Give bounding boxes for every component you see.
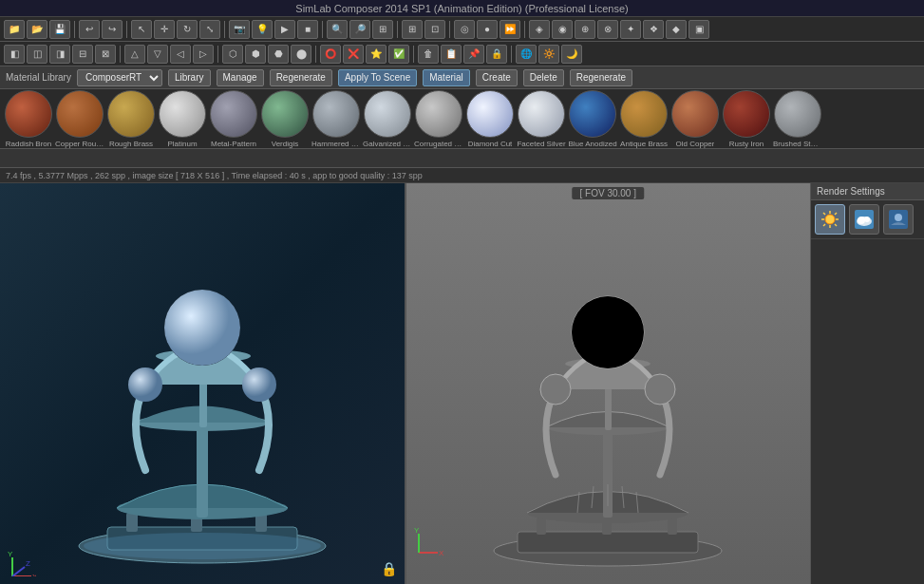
toolbar-btn-r2-23[interactable]: 🔆 [538,45,559,64]
toolbar-btn-r2-4[interactable]: ⊟ [72,45,93,64]
toolbar-btn-r2-22[interactable]: 🌐 [516,45,537,64]
toolbar-btn-light[interactable]: 💡 [252,20,273,39]
sphere-item-reddish[interactable]: Raddish Bron [4,90,53,148]
toolbar-btn-fit[interactable]: ⊞ [372,20,393,39]
sphere-item-platinum[interactable]: Platinum [158,90,207,148]
sphere-item-blue-anod[interactable]: Blue Anodized [568,90,617,148]
svg-rect-22 [518,532,698,553]
toolbar-btn-r2-10[interactable]: ⬡ [222,45,243,64]
sphere-label-antique-brass: Antique Brass [620,140,668,148]
viewport-left[interactable]: X Y Z 🔒 [0,183,406,584]
toolbar-btn-r2-24[interactable]: 🌙 [561,45,582,64]
sphere-thumb-rusty [723,90,770,138]
sphere-item-verdigis[interactable]: Verdigis [260,90,310,148]
toolbar-btn-file[interactable]: 📁 [4,20,25,39]
ml-btn-manage[interactable]: Manage [217,69,264,86]
sphere-item-rusty[interactable]: Rusty Iron [722,90,771,148]
toolbar-btn-camera[interactable]: 📷 [229,20,250,39]
toolbar-btn-r2-11[interactable]: ⬢ [245,45,266,64]
toolbar-btn-extra6[interactable]: ❖ [643,20,664,39]
sphere-item-rough-brass[interactable]: Rough Brass [106,90,156,148]
toolbar-btn-extra5[interactable]: ✦ [620,20,641,39]
toolbar-btn-r2-17[interactable]: ✅ [388,45,409,64]
toolbar-btn-r2-7[interactable]: ▽ [147,45,168,64]
toolbar-btn-r2-9[interactable]: ▷ [193,45,214,64]
toolbar-btn-r2-5[interactable]: ⊠ [95,45,116,64]
sphere-thumb-corrugated [415,90,462,138]
toolbar-btn-undo[interactable]: ↩ [79,20,100,39]
ml-btn-regenerate-2[interactable]: Regenerate [570,69,632,86]
toolbar-btn-extra3[interactable]: ⊕ [575,20,595,39]
toolbar-btn-grid[interactable]: ⊞ [402,20,423,39]
render-panel: Render Settings [810,183,924,584]
toolbar-btn-r2-13[interactable]: ⬤ [291,45,311,64]
toolbar-btn-extra1[interactable]: ◈ [529,20,550,39]
toolbar-btn-redo[interactable]: ↪ [102,20,123,39]
sphere-item-hammered[interactable]: Hammered pe... [311,90,361,148]
render-icon-sky[interactable] [849,204,879,235]
toolbar-btn-zoom-in[interactable]: 🔍 [327,20,348,39]
sphere-item-faceted[interactable]: Faceted Silver [517,90,566,148]
toolbar-btn-r2-12[interactable]: ⬣ [268,45,289,64]
sphere-item-galvanized[interactable]: Galvanized Metal [363,90,412,148]
render-icon-sun[interactable] [815,204,845,235]
axes-right-svg: X Y [414,524,447,557]
toolbar-btn-scale[interactable]: ⤡ [199,20,220,39]
ml-btn-regenerate-1[interactable]: Regenerate [270,69,332,86]
toolbar-btn-r2-8[interactable]: ◁ [170,45,191,64]
toolbar-btn-extra2[interactable]: ◉ [552,20,573,39]
toolbar-btn-r2-15[interactable]: ❌ [343,45,364,64]
toolbar-btn-mat-mode[interactable]: ● [477,20,498,39]
toolbar-btn-r2-18[interactable]: 🗑 [418,45,439,64]
toolbar-btn-move[interactable]: ✛ [154,20,175,39]
sphere-item-corrugated[interactable]: Corrugated Iron [414,90,463,148]
sphere-item-metal-pattern[interactable]: Metal-Pattern [209,90,258,148]
sphere-item-old-copper[interactable]: Old Copper [670,90,720,148]
svg-point-59 [895,214,902,221]
sphere-item-brushed[interactable]: Brushed Stainl... [773,90,822,148]
sphere-label-reddish: Raddish Bron [6,140,51,148]
sphere-item-antique-brass[interactable]: Antique Brass [619,90,669,148]
toolbar-btn-select[interactable]: ↖ [131,20,152,39]
render-icon-extra[interactable] [883,204,914,235]
toolbar-btn-zoom-out[interactable]: 🔎 [349,20,370,39]
toolbar-btn-r2-21[interactable]: 🔒 [486,45,507,64]
sphere-thumb-brushed [774,90,821,138]
sep-r2-3 [315,46,316,63]
svg-point-57 [864,217,870,222]
toolbar-btn-extra8[interactable]: ▣ [688,20,709,39]
sphere-label-blue-anod: Blue Anodized [568,140,616,148]
toolbar-btn-obj-mode[interactable]: ◎ [454,20,475,39]
toolbar-btn-anim[interactable]: ⏩ [500,20,520,39]
ml-dropdown[interactable]: ComposerRT [77,69,162,86]
toolbar-btn-r2-6[interactable]: △ [124,45,145,64]
toolbar-btn-r2-1[interactable]: ◧ [4,45,25,64]
sep-1 [74,21,75,38]
sep-7 [524,21,525,38]
toolbar-btn-extra7[interactable]: ◆ [666,20,687,39]
sphere-item-diamond[interactable]: Diamond Cut [465,90,515,148]
toolbar-btn-extra4[interactable]: ⊗ [597,20,618,39]
viewport-right[interactable]: [ FOV 30.00 ] [406,183,811,584]
toolbar-btn-r2-16[interactable]: ⭐ [366,45,387,64]
ml-btn-apply[interactable]: Apply To Scene [338,69,417,86]
toolbar-btn-save[interactable]: 💾 [49,20,70,39]
ml-btn-library[interactable]: Library [168,69,211,86]
toolbar-btn-r2-14[interactable]: ⭕ [320,45,341,64]
toolbar-btn-render[interactable]: ▶ [274,20,295,39]
ml-btn-create[interactable]: Create [476,69,518,86]
toolbar-btn-r2-20[interactable]: 📌 [463,45,484,64]
bottom-section: X Y Z 🔒 [ FOV 30.00 ] [0,183,924,584]
toolbar-btn-stop[interactable]: ■ [297,20,318,39]
toolbar-btn-r2-2[interactable]: ◫ [27,45,47,64]
ml-btn-delete[interactable]: Delete [523,69,564,86]
toolbar-btn-r2-19[interactable]: 📋 [441,45,462,64]
toolbar-btn-open[interactable]: 📂 [27,20,47,39]
ml-btn-material[interactable]: Material [423,69,470,86]
title-bar: SimLab Composer 2014 SP1 (Animation Edit… [0,0,924,17]
toolbar-btn-rotate[interactable]: ↻ [177,20,198,39]
toolbar-btn-r2-3[interactable]: ◨ [49,45,70,64]
material-spheres: Raddish BronCopper RoughRough BrassPlati… [0,89,924,149]
sphere-item-copper-rough[interactable]: Copper Rough [55,90,104,148]
toolbar-btn-snap[interactable]: ⊡ [424,20,445,39]
